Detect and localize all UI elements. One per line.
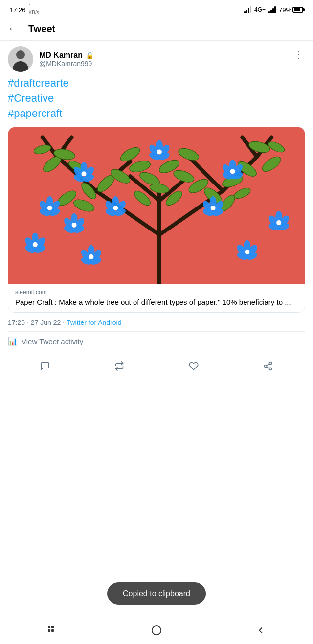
clipboard-toast: Copied to clipboard — [107, 582, 206, 605]
reply-icon — [40, 361, 50, 371]
signal-icon-2 — [268, 6, 276, 13]
user-row: MD Kamran 🔒 @MDKamran999 ⋮ — [8, 46, 305, 72]
svg-point-65 — [113, 206, 118, 210]
tweet-timestamp: 17:26 · 27 Jun 22 · Twitter for Android — [8, 319, 305, 332]
activity-label: View Tweet activity — [22, 337, 83, 345]
user-handle[interactable]: @MDKamran999 — [39, 60, 94, 68]
heart-icon — [189, 361, 199, 371]
svg-line-112 — [267, 364, 269, 366]
media-info: steemit.com Paper Craft : Make a whole t… — [8, 284, 305, 312]
nav-back-button[interactable] — [246, 621, 276, 643]
tweet-header: ← Tweet — [0, 18, 313, 41]
back-nav-icon — [255, 625, 266, 636]
user-info: MD Kamran 🔒 @MDKamran999 — [8, 46, 94, 72]
svg-rect-116 — [51, 629, 54, 632]
tweet-container: MD Kamran 🔒 @MDKamran999 ⋮ #draftcrearte… — [0, 41, 313, 384]
clipboard-message: Copied to clipboard — [123, 589, 190, 598]
avatar[interactable] — [8, 46, 33, 72]
status-bar: 17:26 1 KB/s 4G+ 79% — [0, 0, 313, 18]
media-card[interactable]: steemit.com Paper Craft : Make a whole t… — [8, 127, 305, 313]
back-button[interactable]: ← — [8, 23, 19, 35]
hashtag-2[interactable]: #Creative — [8, 91, 305, 106]
page-title: Tweet — [28, 23, 55, 35]
svg-point-77 — [211, 206, 216, 210]
share-icon — [263, 361, 273, 371]
home-icon — [151, 625, 162, 636]
signal-icon — [244, 6, 251, 13]
like-button[interactable] — [181, 357, 206, 375]
svg-rect-113 — [48, 626, 50, 628]
share-button[interactable] — [255, 357, 281, 375]
svg-point-83 — [276, 220, 281, 225]
svg-point-101 — [82, 172, 87, 177]
nav-recents-button[interactable] — [37, 621, 67, 643]
retweet-icon — [114, 361, 124, 371]
user-name-row: MD Kamran 🔒 — [39, 51, 94, 60]
recents-icon — [47, 625, 58, 636]
battery-indicator: 79% — [279, 6, 303, 14]
svg-point-71 — [157, 150, 162, 155]
svg-point-47 — [47, 206, 52, 210]
tree-svg — [8, 127, 305, 284]
activity-chart-icon: 📊 — [8, 337, 18, 346]
svg-point-117 — [152, 625, 161, 634]
media-title: Paper Craft : Make a whole tree out of d… — [15, 297, 298, 307]
battery-icon — [292, 7, 303, 13]
reply-button[interactable] — [32, 357, 58, 375]
svg-line-111 — [267, 367, 269, 368]
tweet-text: #draftcrearte #Creative #papercraft — [8, 76, 305, 121]
status-speed: 1 KB/s — [29, 4, 39, 16]
hashtag-1[interactable]: #draftcrearte — [8, 76, 305, 91]
svg-rect-115 — [48, 629, 50, 632]
user-name[interactable]: MD Kamran — [39, 51, 83, 60]
status-right-icons: 4G+ 79% — [244, 6, 303, 14]
bottom-nav — [0, 619, 313, 644]
network-type: 4G+ — [254, 6, 266, 13]
retweet-button[interactable] — [107, 357, 132, 375]
status-time: 17:26 — [10, 6, 26, 14]
lock-icon: 🔒 — [86, 51, 94, 59]
svg-rect-114 — [51, 626, 54, 628]
svg-point-53 — [33, 242, 38, 247]
svg-point-59 — [72, 223, 77, 228]
svg-point-95 — [245, 250, 249, 254]
nav-home-button[interactable] — [141, 621, 172, 643]
svg-point-107 — [230, 169, 235, 174]
avatar-image — [8, 46, 33, 72]
tweet-actions — [8, 352, 305, 378]
media-source: steemit.com — [15, 289, 298, 296]
twitter-client-link[interactable]: Twitter for Android — [67, 319, 122, 326]
svg-point-89 — [89, 254, 93, 259]
media-image — [8, 127, 305, 284]
hashtag-3[interactable]: #papercraft — [8, 106, 305, 121]
user-text: MD Kamran 🔒 @MDKamran999 — [39, 51, 94, 68]
tweet-activity[interactable]: 📊 View Tweet activity — [8, 337, 305, 352]
more-options-button[interactable]: ⋮ — [291, 46, 305, 62]
